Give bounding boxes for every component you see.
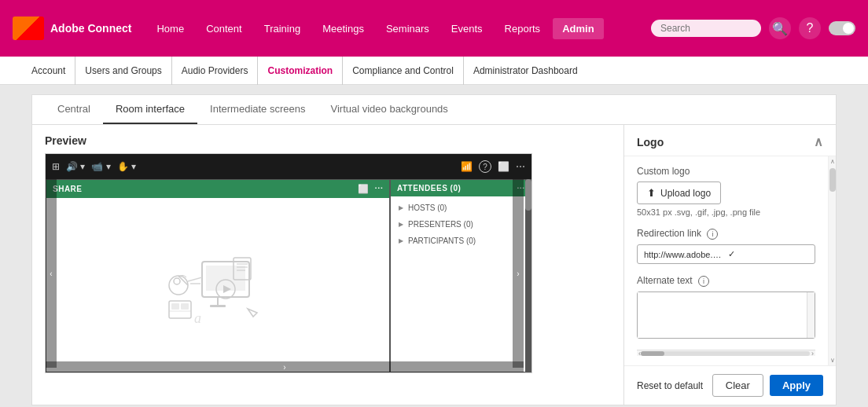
svg-rect-12	[171, 303, 179, 310]
scroll-right-arrow[interactable]: ›	[513, 179, 524, 368]
nav-items: Home Content Training Meetings Seminars …	[147, 18, 651, 39]
theme-toggle[interactable]	[829, 21, 855, 35]
signal-icon[interactable]: 📶	[461, 161, 473, 172]
logo-panel-footer: Reset to default Clear Apply	[624, 365, 836, 405]
logo-panel-header: Logo ∧	[624, 125, 836, 156]
svg-rect-3	[210, 305, 226, 307]
share-panel-icons: ⬜ ⋯	[358, 184, 383, 194]
sub-navigation: Account Users and Groups Audio Providers…	[0, 57, 868, 85]
layout-icon[interactable]: ⬜	[498, 161, 509, 172]
attendees-panel-label: ATTENDEES (0)	[397, 184, 461, 192]
search-icon[interactable]: 🔍	[769, 17, 791, 39]
alternate-text-field: Alternate text i	[637, 275, 815, 339]
presenters-label: PRESENTERS (0)	[408, 220, 473, 229]
share-more-icon[interactable]: ⋯	[374, 184, 384, 194]
panel-scrollbar[interactable]: ∧ ∨	[828, 156, 836, 365]
nav-item-content[interactable]: Content	[197, 18, 252, 39]
grid-icon[interactable]: ⊞	[52, 161, 60, 172]
help-circle-icon[interactable]: ?	[479, 160, 491, 173]
redirection-info-icon[interactable]: i	[707, 229, 718, 240]
video-icon[interactable]: 📹 ▾	[91, 161, 110, 172]
subnav-users-groups[interactable]: Users and Groups	[75, 57, 171, 85]
tab-virtual-video[interactable]: Virtual video backgrounds	[318, 95, 460, 124]
share-illustration: a	[155, 238, 281, 332]
nav-item-home[interactable]: Home	[147, 18, 193, 39]
logo-panel-scroll[interactable]: Custom logo ⬆ Upload logo 50x31 px .svg,…	[624, 156, 828, 365]
nav-item-meetings[interactable]: Meetings	[313, 18, 373, 39]
room-scrollbar[interactable]	[525, 179, 531, 372]
room-preview: ⊞ 🔊 ▾ 📹 ▾ ✋ ▾ 📶 ? ⬜ ⋯	[45, 153, 532, 373]
attendees-panel-header: ATTENDEES (0) ⋯	[391, 180, 531, 196]
clear-button[interactable]: Clear	[712, 374, 763, 397]
redirection-link-input[interactable]: http://www.adobe.com/go/connect_produ...…	[637, 244, 815, 264]
attendee-hosts[interactable]: ▶ HOSTS (0)	[391, 200, 531, 216]
logo-icon	[13, 16, 44, 40]
chevron-right-icon: ▶	[399, 237, 403, 244]
horizontal-scrollbar[interactable]: ‹ ›	[637, 350, 815, 356]
scroll-right-btn[interactable]: ›	[811, 350, 814, 358]
help-icon[interactable]: ?	[799, 17, 821, 39]
alternate-text-wrapper	[637, 292, 815, 339]
panel-scroll-thumb	[829, 168, 836, 192]
upload-logo-label: Upload logo	[660, 188, 711, 199]
nav-right: 🔍 ?	[651, 17, 855, 39]
nav-item-seminars[interactable]: Seminars	[377, 18, 439, 39]
audio-icon[interactable]: 🔊 ▾	[66, 161, 85, 172]
textarea-scrollbar[interactable]	[807, 292, 815, 338]
tab-intermediate-screens[interactable]: Intermediate screens	[197, 95, 318, 124]
nav-item-reports[interactable]: Reports	[495, 18, 550, 39]
more-icon[interactable]: ⋯	[516, 161, 525, 172]
share-panel: SHARE ⬜ ⋯	[46, 179, 390, 372]
check-icon: ✓	[728, 249, 809, 259]
main-content: Preview ⊞ 🔊 ▾ 📹 ▾ ✋ ▾ 📶 ? ⬜ ⋯	[32, 125, 836, 405]
search-input[interactable]	[651, 20, 761, 37]
preview-title: Preview	[45, 134, 611, 147]
scroll-thumb[interactable]	[525, 179, 531, 211]
chevron-right-icon: ▶	[399, 221, 403, 228]
file-info-text: 50x31 px .svg, .gif, .jpg, .png file	[637, 207, 815, 217]
hand-icon[interactable]: ✋ ▾	[117, 161, 136, 172]
content-area: Central Room interface Intermediate scre…	[31, 94, 837, 405]
svg-text:a: a	[194, 310, 201, 326]
alternate-text-info-icon[interactable]: i	[698, 276, 709, 287]
nav-item-admin[interactable]: Admin	[553, 18, 603, 39]
reset-to-default-link[interactable]: Reset to default	[637, 380, 703, 391]
tab-central[interactable]: Central	[45, 95, 103, 124]
share-panel-content: a	[46, 198, 389, 372]
subnav-admin-dashboard[interactable]: Administrator Dashboard	[464, 57, 587, 85]
alternate-text-label: Alternate text i	[637, 275, 815, 287]
svg-rect-13	[181, 303, 189, 310]
subnav-audio-providers[interactable]: Audio Providers	[172, 57, 259, 85]
logo-text: Adobe Connect	[50, 22, 131, 35]
logo-settings-panel: Logo ∧ Custom logo ⬆ Upload logo 50x31 p…	[623, 125, 836, 405]
top-navigation: Adobe Connect Home Content Training Meet…	[0, 0, 868, 57]
collapse-icon[interactable]: ∧	[814, 134, 823, 149]
apply-button[interactable]: Apply	[770, 375, 823, 396]
panel-scroll-down-icon[interactable]: ∨	[830, 357, 835, 364]
redirection-link-value: http://www.adobe.com/go/connect_produ...	[644, 250, 725, 259]
attendee-participants[interactable]: ▶ PARTICIPANTS (0)	[391, 233, 531, 249]
subnav-compliance[interactable]: Compliance and Control	[343, 57, 464, 85]
nav-item-training[interactable]: Training	[255, 18, 310, 39]
upload-icon: ⬆	[647, 187, 656, 199]
toolbar-right: 📶 ? ⬜ ⋯	[461, 160, 525, 173]
share-panel-header: SHARE ⬜ ⋯	[46, 180, 389, 198]
share-resize-icon[interactable]: ⬜	[358, 184, 370, 194]
tab-room-interface[interactable]: Room interface	[103, 95, 197, 124]
chevron-right-icon: ▶	[399, 204, 403, 211]
svg-marker-18	[248, 309, 257, 317]
h-scroll-thumb	[641, 351, 664, 356]
alternate-text-input[interactable]	[638, 292, 807, 338]
upload-logo-button[interactable]: ⬆ Upload logo	[637, 182, 721, 204]
tabs: Central Room interface Intermediate scre…	[32, 95, 836, 125]
logo-area[interactable]: Adobe Connect	[13, 16, 131, 40]
nav-item-events[interactable]: Events	[442, 18, 492, 39]
custom-logo-label: Custom logo	[637, 166, 815, 177]
subnav-customization[interactable]: Customization	[258, 57, 343, 85]
attendee-presenters[interactable]: ▶ PRESENTERS (0)	[391, 216, 531, 233]
scroll-left-arrow[interactable]: ‹	[46, 179, 57, 368]
scroll-bottom-arrow[interactable]: ›	[46, 361, 524, 372]
attendees-list: ▶ HOSTS (0) ▶ PRESENTERS (0) ▶ PARTICIPA…	[391, 196, 531, 252]
panel-scroll-up-icon[interactable]: ∧	[830, 158, 835, 165]
subnav-account[interactable]: Account	[31, 57, 75, 85]
